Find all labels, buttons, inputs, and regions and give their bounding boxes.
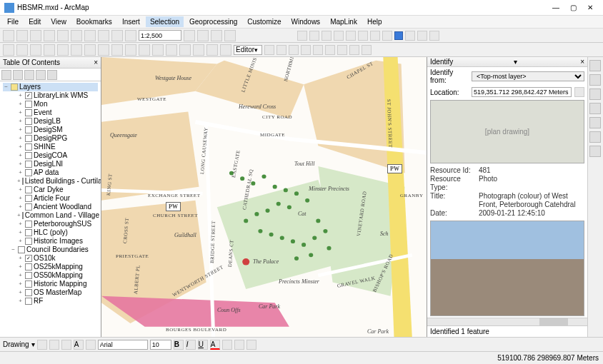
location-input[interactable] [472,87,572,97]
line-color-icon[interactable] [234,340,244,350]
toc-item[interactable]: +DesigCOA [3,151,98,160]
identify-hscroll[interactable] [427,318,587,325]
menu-file[interactable]: File [3,16,23,27]
underline-button[interactable]: U [198,340,208,350]
find-icon[interactable] [152,44,164,56]
italic-button[interactable]: I [186,340,196,350]
toc-item[interactable]: +PeterboroughSUS [3,220,98,228]
measure-icon[interactable] [179,44,191,56]
toc-item[interactable]: +OS50kMapping [3,271,98,280]
attributes-icon[interactable] [337,45,347,55]
save-button[interactable] [30,30,41,41]
toc-item[interactable]: +Common Land - Village Greens [3,211,98,220]
catalog-button[interactable] [184,30,195,41]
menu-selection[interactable]: Selection [146,16,184,27]
html-popup-icon[interactable] [206,44,218,56]
sketch-icon[interactable] [349,45,359,55]
full-extent-icon[interactable] [44,44,55,56]
minimize-button[interactable]: — [547,1,564,14]
toc-item[interactable]: +Ancient Woodland [3,203,98,211]
other-tab-icon[interactable] [589,146,601,157]
identify-pin-icon[interactable]: ▾ [514,58,517,66]
menu-customize[interactable]: Customize [243,16,285,27]
menu-windows[interactable]: Windows [287,16,325,27]
snapping-icon[interactable] [589,131,601,143]
font-size-input[interactable] [150,340,171,350]
toc-tree[interactable]: − Layers +LibraryLink WMS+Mon+Event+Desi… [0,81,101,337]
sel4-icon[interactable] [334,31,344,41]
select-chain-icon[interactable] [297,31,307,41]
scale-input[interactable] [139,30,181,41]
search-tab-icon[interactable] [589,74,601,86]
toc-item[interactable]: +OS10k [3,254,98,263]
split-icon[interactable] [313,45,323,55]
undo-button[interactable] [98,30,109,41]
paste-button[interactable] [84,30,96,41]
edit-tool-icon[interactable] [264,45,274,55]
fixed-zoom-out-icon[interactable] [71,44,82,56]
arctoolbox-icon[interactable] [589,103,601,114]
toc-item[interactable]: +Event [3,108,98,117]
python-button[interactable] [224,30,236,41]
toc-options-icon[interactable] [47,70,57,80]
sel6-icon[interactable] [358,31,368,41]
pan-icon[interactable] [30,44,41,56]
toc-item[interactable]: +DesigSM [3,126,98,134]
editor-dropdown[interactable]: Editor ▾ [234,45,262,55]
prev-extent-icon[interactable] [84,44,96,56]
catalog-tab-icon[interactable] [589,60,601,71]
marker-color-icon[interactable] [246,340,256,350]
toc-item[interactable]: +AP data [3,168,98,177]
menu-maplink[interactable]: MapLink [326,16,362,27]
menu-bookmarks[interactable]: Bookmarks [72,16,116,27]
toc-root-layers[interactable]: − Layers [3,83,98,91]
toc-item[interactable]: +DesigLNI [3,160,98,168]
time-slider-icon[interactable] [220,44,231,56]
toc-item[interactable]: +HLC (poly) [3,228,98,237]
clear-selection-icon[interactable] [125,44,136,56]
goto-xy-icon[interactable] [166,44,177,56]
font-select[interactable] [98,340,148,350]
toc-item[interactable]: +DesigRPG [3,134,98,143]
sel7-icon[interactable] [370,31,380,41]
sel11-icon[interactable] [429,31,439,41]
toc-item[interactable]: +Mon [3,100,98,108]
open-button[interactable] [16,30,28,41]
identify-from-select[interactable]: <Top-most layer> [472,71,584,81]
rotate-icon[interactable] [325,45,335,55]
toc-list-by-visibility-icon[interactable] [24,70,34,80]
toc-list-by-selection-icon[interactable] [36,70,46,80]
toc-item[interactable]: +Article Four [3,194,98,203]
cut-poly-icon[interactable] [301,45,311,55]
sel8-icon[interactable] [382,31,392,41]
toc-item[interactable]: +DesigLB [3,117,98,126]
tool-highlight[interactable] [394,31,403,40]
identify-icon[interactable] [139,44,150,56]
sel10-icon[interactable] [417,31,427,41]
menu-insert[interactable]: Insert [118,16,144,27]
draw-text-icon[interactable]: A [74,340,84,350]
toc-item[interactable]: −Council Boundaries [3,246,98,254]
new-button[interactable] [3,30,14,41]
edit-vertices-icon[interactable] [276,45,286,55]
fixed-zoom-in-icon[interactable] [57,44,69,56]
cut-button[interactable] [57,30,69,41]
toc-item[interactable]: +SHINE [3,143,98,151]
add-data-button[interactable] [125,30,136,41]
zoom-in-icon[interactable] [3,44,14,56]
toc-item[interactable]: +LibraryLink WMS [3,91,98,100]
maximize-button[interactable]: ▢ [564,1,582,14]
next-extent-icon[interactable] [98,44,109,56]
toc-item[interactable]: +RF [3,297,98,305]
menu-geoprocessing[interactable]: Geoprocessing [185,16,241,27]
select-features-icon[interactable] [111,44,123,56]
arccatalog-icon[interactable] [589,89,601,100]
toc-item[interactable]: +Car Dyke [3,186,98,194]
identify-close-icon[interactable]: × [580,58,584,66]
toc-item[interactable]: +OS25kMapping [3,263,98,271]
menu-view[interactable]: View [46,16,71,27]
sel3-icon[interactable] [322,31,332,41]
search-button[interactable] [197,30,209,41]
sel2-icon[interactable] [309,31,319,41]
sel5-icon[interactable] [346,31,356,41]
